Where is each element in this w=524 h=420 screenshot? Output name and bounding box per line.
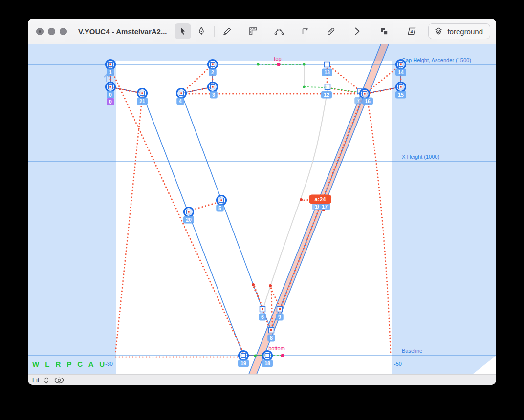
cursor-icon	[177, 26, 188, 37]
green-dot	[254, 354, 256, 357]
red-dot	[269, 284, 272, 287]
glyph-canvas[interactable]: 100212341312141571616175206981918a:24 Ca…	[28, 44, 496, 374]
toolbar-divider	[214, 26, 215, 37]
layer-selector[interactable]: foreground	[428, 23, 490, 39]
point-index-badge-label: 1	[109, 69, 112, 75]
overlapping-squares-icon	[379, 26, 390, 37]
status-bar: Fit	[28, 374, 496, 385]
toolbar-divider	[318, 26, 318, 37]
anchor-badge-label: a:24	[314, 196, 326, 202]
green-dot	[257, 63, 259, 65]
close-window-button[interactable]	[36, 28, 44, 35]
right-sidebearing-value: -50	[394, 361, 402, 367]
point-index-badge-label: 14	[398, 69, 404, 75]
bottom-anchor-label: bottom	[268, 345, 285, 351]
point-delta-marker	[364, 93, 365, 94]
top-anchor-label: top	[274, 56, 281, 62]
traffic-lights	[36, 28, 67, 35]
point-delta-marker	[262, 308, 263, 310]
green-dot	[303, 85, 305, 88]
point-index-badge-back-label: 7	[357, 98, 360, 104]
title-bar: V.YOUC4 - AmstelvarA2...	[28, 19, 496, 44]
point-index-badge-label: 17	[322, 204, 328, 210]
svg-text:4: 4	[411, 29, 413, 34]
point-delta-marker	[141, 92, 143, 94]
ruler-tool-button[interactable]	[245, 23, 262, 39]
zoom-stepper[interactable]	[44, 377, 49, 384]
x-height-label: X Height (1000)	[402, 154, 439, 160]
zoom-level-value: Fit	[32, 377, 39, 384]
point-index-badge-label: 19	[240, 360, 246, 366]
point-index-badge-label: 12	[324, 92, 329, 98]
point-square-marker	[265, 354, 270, 358]
point-index-badge-label: 0	[109, 92, 112, 98]
visibility-eye-icon[interactable]	[54, 377, 65, 384]
point-delta-marker	[212, 86, 213, 87]
curve-handles-icon	[273, 26, 285, 37]
point-index-badge-label: 5	[218, 205, 221, 211]
point-delta-marker	[109, 86, 111, 87]
corner-icon	[300, 26, 310, 37]
layers-icon	[434, 26, 443, 36]
point-index-badge-label: 13	[324, 69, 330, 75]
toolbar-divider	[344, 26, 344, 37]
point-delta-marker	[180, 92, 182, 94]
glyph-cell-button[interactable]: 4	[403, 23, 420, 39]
corner-tool-button[interactable]	[297, 23, 313, 39]
slanted-square-icon: 4	[406, 26, 417, 37]
point-index-badge-label: 16	[365, 98, 371, 104]
toolbar: 4	[175, 23, 447, 39]
point-index-badge-label: 8	[270, 335, 273, 341]
baseline-label: Baseline	[402, 348, 422, 354]
contour-start-badge-label: 0	[109, 99, 112, 105]
anchor-dot	[277, 63, 280, 66]
off-curve-point[interactable]	[325, 84, 330, 90]
cap-height-label: Cap Height, Ascender (1500)	[402, 57, 471, 63]
point-index-badge-label: 6	[261, 314, 264, 320]
point-index-badge-label: 20	[186, 217, 192, 223]
green-dot	[303, 63, 305, 65]
glyph-editor-surface[interactable]: 100212341312141571616175206981918a:24 Ca…	[28, 44, 496, 374]
knife-tool-button[interactable]	[323, 23, 339, 39]
point-index-badge-label: 9	[278, 314, 281, 320]
pen-icon	[196, 26, 207, 37]
off-curve-point[interactable]	[325, 62, 330, 67]
more-tools-button[interactable]	[349, 23, 365, 39]
knife-icon	[326, 26, 336, 37]
red-dot	[252, 283, 255, 286]
zoom-window-button[interactable]	[60, 28, 67, 35]
point-delta-marker	[109, 63, 111, 65]
layer-selector-label: foreground	[447, 27, 483, 36]
toolbar-divider	[266, 26, 266, 37]
point-delta-marker	[400, 63, 401, 65]
window-title: V.YOUC4 - AmstelvarA2...	[78, 27, 167, 36]
point-index-badge-label: 3	[212, 92, 215, 98]
anchor-dot	[281, 354, 284, 357]
shapes-panel-button[interactable]	[376, 23, 393, 39]
minimize-window-button[interactable]	[48, 28, 55, 35]
point-delta-marker	[400, 86, 401, 87]
glyph-set-text: W L R P C A U	[32, 360, 107, 368]
point-index-badge-label: 18	[264, 360, 270, 366]
pen-tool-button[interactable]	[193, 23, 210, 39]
select-tool-button[interactable]	[175, 23, 191, 39]
point-index-badge-label: 4	[179, 98, 182, 104]
ruler-icon	[248, 26, 259, 37]
glyph-box	[116, 61, 392, 374]
point-delta-marker	[279, 308, 281, 310]
app-window: V.YOUC4 - AmstelvarA2...	[28, 19, 496, 385]
point-index-badge-label: 21	[139, 98, 145, 104]
point-index-badge-label: 15	[398, 92, 404, 98]
point-index-badge-label: 2	[211, 69, 214, 75]
pencil-tool-button[interactable]	[219, 23, 236, 39]
point-square-marker	[241, 354, 246, 358]
point-delta-marker	[212, 63, 213, 65]
point-delta-marker	[270, 329, 272, 331]
pencil-icon	[222, 26, 233, 37]
curve-tool-button[interactable]	[271, 23, 287, 39]
chevron-right-icon	[351, 26, 362, 37]
toolbar-divider	[240, 26, 240, 37]
point-delta-marker	[220, 199, 222, 201]
point-delta-marker	[188, 211, 189, 212]
red-dot	[300, 198, 303, 201]
